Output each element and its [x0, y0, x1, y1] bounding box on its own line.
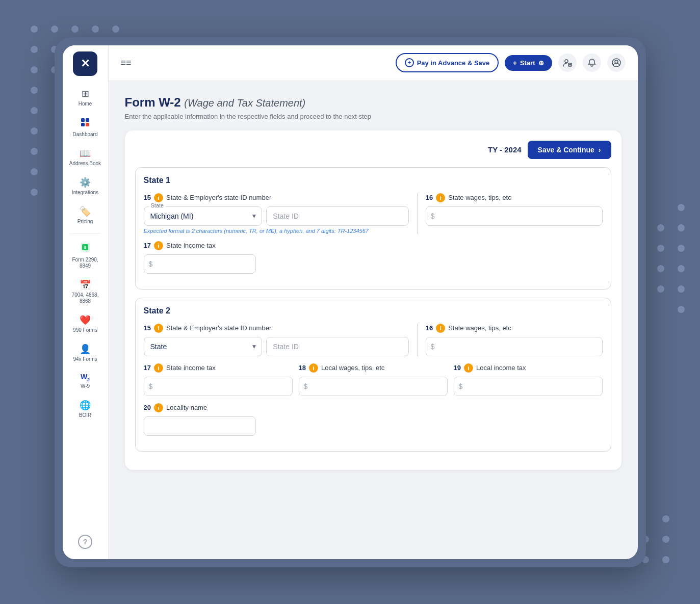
sidebar-item-boir[interactable]: 🌐 BOIR	[65, 396, 106, 423]
state2-field18-label-row: 18 i Local wages, tips, etc	[299, 363, 448, 373]
start-label: Start	[520, 59, 535, 67]
state2-field15-inputs: State Michigan (MI) Alabama (AL) Califor…	[144, 337, 409, 356]
state2-field18-dollar-wrapper: $	[299, 377, 448, 396]
start-button[interactable]: + Start ⊕	[505, 55, 552, 71]
state1-field15-row: 15 i State & Employer's state ID number …	[144, 193, 603, 234]
state2-field17-dollar-sign: $	[149, 382, 153, 390]
state1-field17-group: 17 i State income tax $	[144, 241, 256, 274]
state1-field16-dollar-wrapper: $	[426, 206, 603, 226]
state1-state-select[interactable]: Michigan (MI) Alabama (AL) Alaska (AK) C…	[144, 206, 263, 226]
state2-field19-info-icon[interactable]: i	[464, 363, 473, 373]
state1-field16-input[interactable]	[426, 206, 603, 226]
state2-field16-num: 16	[426, 324, 433, 332]
state2-field17-label: State income tax	[166, 364, 216, 372]
sidebar-item-w9[interactable]: W2 W-9	[65, 369, 106, 394]
state1-field17-info-icon[interactable]: i	[154, 241, 163, 250]
menu-toggle-icon[interactable]: ≡≡	[121, 58, 132, 68]
state1-field17-row: 17 i State income tax $	[144, 241, 603, 274]
state2-field19-group: 19 i Local income tax $	[454, 363, 603, 396]
state1-field15-label: State & Employer's state ID number	[166, 194, 271, 201]
state2-field20-row: 20 i Locality name	[144, 403, 603, 436]
state2-field15-label: State & Employer's state ID number	[166, 324, 271, 332]
sidebar-dashboard-label: Dashboard	[73, 132, 98, 138]
state2-field16-label: State wages, tips, etc	[448, 324, 511, 332]
sidebar-item-7004[interactable]: 📅 7004, 4868, 8868	[65, 275, 106, 308]
pay-advance-button[interactable]: + Pay in Advance & Save	[396, 53, 499, 72]
form-title-main: Form W-2	[125, 95, 181, 109]
state1-state-floating-label: State	[149, 202, 166, 208]
svg-rect-0	[81, 118, 85, 122]
pay-advance-plus-icon: +	[405, 58, 414, 67]
sidebar-boir-label: BOIR	[79, 412, 91, 418]
state2-field18-info-icon[interactable]: i	[309, 363, 318, 373]
state1-field16-info-icon[interactable]: i	[436, 193, 445, 202]
integrations-icon: ⚙️	[80, 177, 91, 188]
state2-field17-input[interactable]	[144, 377, 293, 396]
state1-field17-label-row: 17 i State income tax	[144, 241, 256, 250]
state2-field19-label: Local income tax	[476, 364, 526, 372]
sidebar-home-label: Home	[79, 101, 92, 107]
state2-field15-info-icon[interactable]: i	[154, 324, 163, 333]
sidebar-item-home[interactable]: ⊞ Home	[65, 84, 106, 111]
state1-field16-label-row: 16 i State wages, tips, etc	[426, 193, 603, 202]
sidebar: ✕ ⊞ Home Dashboard 📖 Address	[63, 45, 109, 559]
sidebar-item-94x[interactable]: 👤 94x Forms	[65, 339, 106, 366]
sidebar-item-dashboard[interactable]: Dashboard	[65, 113, 106, 142]
sidebar-help[interactable]: ?	[74, 531, 96, 553]
topbar-left: ≡≡	[121, 58, 132, 68]
state2-field17-info-icon[interactable]: i	[154, 363, 163, 373]
page-content: Form W-2 (Wage and Tax Statement) Enter …	[109, 81, 638, 559]
contacts-button[interactable]	[558, 54, 577, 72]
boir-icon: 🌐	[80, 400, 91, 411]
sidebar-integrations-label: Integrations	[72, 190, 98, 196]
state2-field19-dollar-wrapper: $	[454, 377, 603, 396]
sidebar-w9-label: W-9	[81, 383, 90, 389]
state2-field17-label-row: 17 i State income tax	[144, 363, 293, 373]
svg-rect-2	[81, 123, 85, 126]
state2-field16-info-icon[interactable]: i	[436, 324, 445, 333]
state1-field15-info-icon[interactable]: i	[154, 193, 163, 202]
sidebar-item-integrations[interactable]: ⚙️ Integrations	[65, 173, 106, 200]
state2-field18-input[interactable]	[299, 377, 448, 396]
state2-field18-dollar-sign: $	[304, 382, 308, 390]
state2-field16-label-row: 16 i State wages, tips, etc	[426, 324, 603, 333]
user-profile-button[interactable]	[607, 54, 626, 72]
sidebar-item-address-book[interactable]: 📖 Address Book	[65, 144, 106, 171]
state1-field17-label: State income tax	[166, 242, 216, 249]
state2-stateid-input[interactable]	[266, 337, 408, 356]
state2-field19-input[interactable]	[454, 377, 603, 396]
state1-field17-dollar-wrapper: $	[144, 254, 256, 274]
state2-field19-num: 19	[454, 364, 461, 372]
state2-field20-input[interactable]	[144, 416, 256, 436]
address-book-icon: 📖	[80, 148, 91, 159]
state1-field17-input[interactable]	[144, 254, 256, 274]
sidebar-item-990forms[interactable]: ❤️ 990 Forms	[65, 310, 106, 337]
app-logo[interactable]: ✕	[73, 51, 97, 76]
state2-field15-label-row: 15 i State & Employer's state ID number	[144, 324, 409, 333]
state2-field15-row: 15 i State & Employer's state ID number …	[144, 324, 603, 356]
state1-stateid-input[interactable]	[266, 206, 408, 226]
home-icon: ⊞	[82, 88, 89, 99]
sidebar-7004-label: 7004, 4868, 8868	[68, 292, 102, 304]
sidebar-address-label: Address Book	[69, 161, 101, 167]
save-continue-button[interactable]: Save & Continue ›	[528, 141, 611, 159]
sidebar-pricing-label: Pricing	[77, 219, 93, 225]
state2-field20-info-icon[interactable]: i	[154, 403, 163, 412]
notifications-button[interactable]	[583, 54, 601, 72]
w9-icon: W2	[81, 373, 90, 382]
sidebar-item-pricing[interactable]: 🏷️ Pricing	[65, 202, 106, 229]
state2-field20-label-row: 20 i Locality name	[144, 403, 256, 412]
state2-state-select[interactable]: State Michigan (MI) Alabama (AL) Califor…	[144, 337, 263, 356]
state2-field16-input[interactable]	[426, 337, 603, 356]
sidebar-item-form2290[interactable]: $ Form 2290, 8849	[65, 238, 106, 273]
state2-field18-group: 18 i Local wages, tips, etc $	[299, 363, 448, 396]
state2-section: State 2 15 i State & Employer's state ID…	[135, 298, 611, 452]
state2-field17-num: 17	[144, 364, 151, 372]
state1-field17-dollar-sign: $	[149, 260, 153, 268]
state1-field15-inputs: State Michigan (MI) Alabama (AL) Alaska …	[144, 206, 409, 226]
state1-field15-label-row: 15 i State & Employer's state ID number	[144, 193, 409, 202]
svg-point-10	[615, 60, 618, 63]
sidebar-990-label: 990 Forms	[73, 327, 97, 333]
form-card: TY - 2024 Save & Continue › State 1	[125, 130, 621, 470]
state2-field18-label: Local wages, tips, etc	[321, 364, 384, 372]
